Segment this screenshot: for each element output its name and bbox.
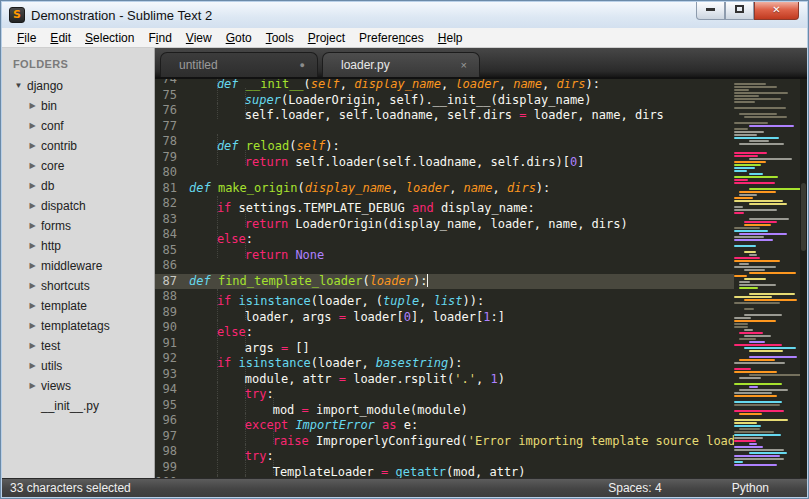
expand-arrow-icon[interactable]: ▶ bbox=[26, 156, 39, 176]
menu-item-help[interactable]: Help bbox=[431, 29, 470, 47]
minimap-line bbox=[744, 221, 777, 223]
indent-setting[interactable]: Spaces: 4 bbox=[608, 481, 661, 495]
sidebar-item-bin[interactable]: ▶bin bbox=[2, 96, 154, 116]
code-line-81[interactable]: 81def make_origin(display_name, loader, … bbox=[155, 181, 807, 197]
tab-loader-py[interactable]: loader.py× bbox=[322, 52, 480, 77]
minimap[interactable] bbox=[734, 83, 800, 478]
expand-arrow-icon[interactable]: ▶ bbox=[26, 116, 39, 136]
sidebar: FOLDERS ▼django▶bin▶conf▶contrib▶core▶db… bbox=[2, 48, 155, 478]
line-number: 86 bbox=[155, 258, 189, 274]
expand-arrow-icon[interactable]: ▶ bbox=[26, 196, 39, 216]
expand-arrow-icon[interactable]: ▶ bbox=[26, 356, 39, 376]
menu-item-edit[interactable]: Edit bbox=[43, 29, 78, 47]
tab-close-icon[interactable]: × bbox=[461, 59, 467, 71]
sidebar-item-shortcuts[interactable]: ▶shortcuts bbox=[2, 276, 154, 296]
menu-item-tools[interactable]: Tools bbox=[259, 29, 301, 47]
expand-arrow-icon[interactable]: ▶ bbox=[26, 336, 39, 356]
collapse-arrow-icon[interactable]: ▼ bbox=[12, 76, 25, 96]
indent-guide bbox=[189, 227, 218, 243]
code-line-91[interactable]: 91args = [] bbox=[155, 336, 807, 352]
expand-arrow-icon[interactable]: ▶ bbox=[26, 256, 39, 276]
sidebar-item-templatetags[interactable]: ▶templatetags bbox=[2, 316, 154, 336]
code-line-75[interactable]: 75super(LoaderOrigin, self).__init__(dis… bbox=[155, 88, 807, 104]
sidebar-item-forms[interactable]: ▶forms bbox=[2, 216, 154, 236]
tree-item-label: __init__.py bbox=[39, 396, 99, 416]
maximize-button[interactable] bbox=[725, 2, 754, 20]
code-text: def make_origin(display_name, loader, na… bbox=[189, 181, 550, 197]
sidebar-item-test[interactable]: ▶test bbox=[2, 336, 154, 356]
expand-arrow-icon[interactable]: ▶ bbox=[26, 376, 39, 396]
syntax-mode[interactable]: Python bbox=[732, 481, 769, 495]
expand-arrow-icon[interactable]: ▶ bbox=[26, 276, 39, 296]
minimap-line bbox=[749, 203, 787, 205]
minimap-line bbox=[734, 410, 784, 412]
line-number: 94 bbox=[155, 382, 189, 398]
close-button[interactable]: ✕ bbox=[754, 2, 799, 20]
minimap-line bbox=[734, 200, 783, 202]
code-line-79[interactable]: 79return self.loader(self.loadname, self… bbox=[155, 150, 807, 166]
vertical-scrollbar[interactable] bbox=[800, 79, 807, 478]
sidebar-item-template[interactable]: ▶template bbox=[2, 296, 154, 316]
expand-arrow-icon[interactable]: ▶ bbox=[26, 136, 39, 156]
minimize-button[interactable] bbox=[696, 2, 725, 20]
expand-arrow-icon[interactable]: ▶ bbox=[26, 316, 39, 336]
code-line-88[interactable]: 88if isinstance(loader, (tuple, list)): bbox=[155, 289, 807, 305]
sidebar-item-middleware[interactable]: ▶middleware bbox=[2, 256, 154, 276]
code-text: module, attr = loader.rsplit('.', 1) bbox=[189, 367, 505, 383]
sidebar-item-views[interactable]: ▶views bbox=[2, 376, 154, 396]
code-line-87[interactable]: 87def find_template_loader(loader): bbox=[155, 274, 807, 290]
expand-arrow-icon[interactable]: ▶ bbox=[26, 216, 39, 236]
sidebar-item-django[interactable]: ▼django bbox=[2, 76, 154, 96]
sidebar-item-utils[interactable]: ▶utils bbox=[2, 356, 154, 376]
code-text: def reload(self): bbox=[189, 134, 340, 150]
minimap-line bbox=[734, 101, 755, 103]
code-line-76[interactable]: 76self.loader, self.loadname, self.dirs … bbox=[155, 103, 807, 119]
minimap-line bbox=[734, 422, 757, 424]
tree-item-label: templatetags bbox=[39, 316, 110, 336]
tree-item-label: middleware bbox=[39, 256, 102, 276]
minimap-line bbox=[734, 383, 782, 385]
menu-item-goto[interactable]: Goto bbox=[219, 29, 259, 47]
line-number: 92 bbox=[155, 351, 189, 367]
code-line-99[interactable]: 99TemplateLoader = getattr(mod, attr) bbox=[155, 460, 807, 476]
minimap-line bbox=[734, 95, 759, 97]
code-text: except ImportError as e: bbox=[189, 413, 418, 429]
menu-item-find[interactable]: Find bbox=[141, 29, 178, 47]
sidebar-item-conf[interactable]: ▶conf bbox=[2, 116, 154, 136]
menu-item-project[interactable]: Project bbox=[301, 29, 352, 47]
code-line-85[interactable]: 85return None bbox=[155, 243, 807, 259]
expand-arrow-icon[interactable]: ▶ bbox=[26, 296, 39, 316]
scrollbar-thumb[interactable] bbox=[801, 183, 806, 251]
sidebar-item-db[interactable]: ▶db bbox=[2, 176, 154, 196]
expand-arrow-icon[interactable]: ▶ bbox=[26, 96, 39, 116]
sidebar-item-core[interactable]: ▶core bbox=[2, 156, 154, 176]
sidebar-item--init-py[interactable]: __init__.py bbox=[2, 396, 154, 416]
code-line-92[interactable]: 92if isinstance(loader, basestring): bbox=[155, 351, 807, 367]
line-number: 96 bbox=[155, 413, 189, 429]
sidebar-item-http[interactable]: ▶http bbox=[2, 236, 154, 256]
code-line-96[interactable]: 96except ImportError as e: bbox=[155, 413, 807, 429]
title-bar[interactable]: S Demonstration - Sublime Text 2 ✕ bbox=[2, 2, 807, 28]
minimap-line bbox=[734, 404, 780, 406]
sidebar-item-dispatch[interactable]: ▶dispatch bbox=[2, 196, 154, 216]
line-number: 81 bbox=[155, 181, 189, 197]
tab-untitled[interactable]: untitled● bbox=[160, 52, 318, 77]
expand-arrow-icon[interactable]: ▶ bbox=[26, 236, 39, 256]
code-line-74[interactable]: 74def __init__(self, display_name, loade… bbox=[155, 79, 807, 88]
code-line-97[interactable]: 97raise ImproperlyConfigured('Error impo… bbox=[155, 429, 807, 445]
code-editor[interactable]: 74def __init__(self, display_name, loade… bbox=[155, 79, 807, 478]
code-line-83[interactable]: 83return LoaderOrigin(display_name, load… bbox=[155, 212, 807, 228]
code-line-78[interactable]: 78def reload(self): bbox=[155, 134, 807, 150]
menu-item-selection[interactable]: Selection bbox=[78, 29, 141, 47]
line-number: 99 bbox=[155, 460, 189, 476]
menu-item-preferences[interactable]: Preferences bbox=[352, 29, 431, 47]
menu-item-file[interactable]: File bbox=[10, 29, 43, 47]
code-line-95[interactable]: 95mod = import_module(module) bbox=[155, 398, 807, 414]
code-line-93[interactable]: 93module, attr = loader.rsplit('.', 1) bbox=[155, 367, 807, 383]
sidebar-item-contrib[interactable]: ▶contrib bbox=[2, 136, 154, 156]
code-line-89[interactable]: 89loader, args = loader[0], loader[1:] bbox=[155, 305, 807, 321]
expand-arrow-icon[interactable]: ▶ bbox=[26, 176, 39, 196]
menu-item-view[interactable]: View bbox=[179, 29, 219, 47]
code-line-82[interactable]: 82if settings.TEMPLATE_DEBUG and display… bbox=[155, 196, 807, 212]
maximize-icon bbox=[735, 5, 744, 13]
